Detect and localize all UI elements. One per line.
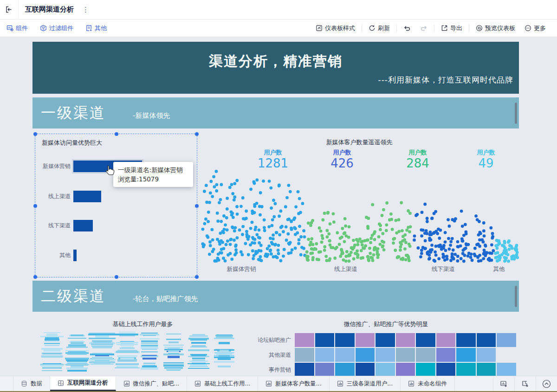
section1-scrollbar[interactable] bbox=[515, 103, 517, 124]
preview-dashboard-button[interactable]: 预览仪表板 bbox=[476, 24, 515, 32]
scatter-dot[interactable] bbox=[462, 249, 465, 252]
scatter-dot[interactable] bbox=[460, 257, 463, 260]
scatter-dot[interactable] bbox=[424, 239, 427, 243]
scatter-dot[interactable] bbox=[233, 195, 236, 199]
scatter-dot[interactable] bbox=[234, 244, 238, 247]
scatter-dot[interactable] bbox=[217, 252, 220, 256]
scatter-dot[interactable] bbox=[253, 228, 257, 231]
scatter-dot[interactable] bbox=[269, 237, 272, 240]
scatter-dot[interactable] bbox=[302, 247, 305, 250]
scatter-dot[interactable] bbox=[335, 246, 338, 249]
scatter-dot[interactable] bbox=[464, 231, 467, 234]
scatter-dot[interactable] bbox=[222, 231, 225, 234]
banner-widget[interactable]: 渠道分析，精准营销 ---利用新媒体，打造互联网时代品牌 bbox=[32, 42, 519, 94]
scatter-dot[interactable] bbox=[360, 249, 363, 252]
scatter-dot[interactable] bbox=[426, 220, 429, 223]
scatter-dot[interactable] bbox=[215, 170, 218, 173]
scatter-dot[interactable] bbox=[340, 248, 343, 251]
add-dashboard-button[interactable] bbox=[514, 376, 536, 391]
scatter-dot[interactable] bbox=[492, 249, 495, 252]
scatter-dot[interactable] bbox=[504, 259, 507, 262]
scatter-dot[interactable] bbox=[477, 259, 480, 263]
scatter-dot[interactable] bbox=[373, 248, 376, 251]
scatter-dot[interactable] bbox=[420, 228, 423, 231]
scatter-dot[interactable] bbox=[216, 238, 219, 241]
scatter-dot[interactable] bbox=[366, 238, 369, 242]
scatter-dot[interactable] bbox=[208, 201, 211, 204]
scatter-dot[interactable] bbox=[292, 218, 296, 221]
scatter-dot[interactable] bbox=[257, 236, 260, 239]
scatter-dot[interactable] bbox=[252, 257, 255, 260]
scatter-dot[interactable] bbox=[382, 244, 385, 248]
scatter-dot[interactable] bbox=[230, 183, 233, 186]
scatter-dot[interactable] bbox=[305, 251, 309, 254]
scatter-dot[interactable] bbox=[319, 250, 322, 253]
scatter-dot[interactable] bbox=[285, 225, 288, 229]
scatter-dot[interactable] bbox=[426, 217, 429, 220]
scatter-dot[interactable] bbox=[478, 231, 481, 234]
scatter-dot[interactable] bbox=[270, 241, 273, 244]
scatter-dot[interactable] bbox=[420, 252, 423, 255]
scatter-dot[interactable] bbox=[478, 244, 481, 248]
scatter-dot[interactable] bbox=[279, 226, 283, 229]
scatter-dot[interactable] bbox=[310, 221, 313, 225]
scatter-dot[interactable] bbox=[266, 255, 269, 258]
dashboard-style-button[interactable]: 仪表板样式 bbox=[316, 24, 355, 32]
scatter-dot[interactable] bbox=[515, 253, 518, 257]
bar-row[interactable]: 线上渠道 bbox=[35, 191, 197, 202]
scatter-dot[interactable] bbox=[394, 249, 397, 252]
scatter-dot[interactable] bbox=[407, 209, 410, 212]
scatter-dot[interactable] bbox=[362, 246, 365, 250]
scatter-dot[interactable] bbox=[233, 199, 236, 202]
scatter-dot[interactable] bbox=[433, 259, 436, 262]
scatter-dot[interactable] bbox=[343, 231, 346, 235]
scatter-dot[interactable] bbox=[238, 228, 241, 231]
heatmap-cell[interactable] bbox=[436, 348, 456, 362]
scatter-dot[interactable] bbox=[373, 238, 376, 241]
scatter-dot[interactable] bbox=[216, 219, 220, 223]
scatter-dot[interactable] bbox=[298, 225, 301, 228]
other-button[interactable]: 其他 bbox=[85, 24, 107, 32]
scatter-dot[interactable] bbox=[321, 234, 324, 237]
scatter-dot[interactable] bbox=[272, 199, 275, 202]
scatter-dot[interactable] bbox=[321, 218, 324, 222]
scatter-dot[interactable] bbox=[429, 251, 433, 254]
scatter-dot[interactable] bbox=[270, 206, 273, 210]
scatter-dot[interactable] bbox=[287, 232, 290, 236]
heatmap-cell[interactable] bbox=[436, 333, 456, 347]
scatter-dot[interactable] bbox=[361, 243, 364, 246]
scatter-dot[interactable] bbox=[407, 255, 410, 258]
scatter-dot[interactable] bbox=[207, 211, 210, 214]
tab-data[interactable]: 数据 bbox=[13, 376, 50, 391]
scatter-dot[interactable] bbox=[382, 208, 385, 212]
scatter-dot[interactable] bbox=[487, 258, 490, 261]
scatter-dot[interactable] bbox=[230, 238, 233, 241]
scatter-dot[interactable] bbox=[369, 256, 373, 259]
scatter-dot[interactable] bbox=[278, 233, 281, 237]
scatter-dot[interactable] bbox=[215, 183, 219, 186]
scatter-dot[interactable] bbox=[278, 184, 281, 187]
scatter-dot[interactable] bbox=[222, 247, 226, 250]
scatter-dot[interactable] bbox=[368, 247, 371, 250]
scatter-dot[interactable] bbox=[211, 195, 214, 198]
scatter-dot[interactable] bbox=[496, 244, 499, 247]
scatter-dot[interactable] bbox=[483, 234, 486, 238]
scatter-dot[interactable] bbox=[427, 253, 431, 257]
scatter-dot[interactable] bbox=[447, 237, 450, 240]
scatter-dot[interactable] bbox=[371, 203, 374, 206]
scatter-dot[interactable] bbox=[207, 220, 210, 223]
scatter-dot[interactable] bbox=[319, 230, 323, 233]
scatter-dot[interactable] bbox=[291, 248, 294, 251]
scatter-dot[interactable] bbox=[323, 212, 326, 215]
scatter-dot[interactable] bbox=[225, 243, 228, 246]
scatter-dot[interactable] bbox=[438, 237, 441, 240]
scatter-dot[interactable] bbox=[326, 211, 330, 214]
scatter-dot[interactable] bbox=[373, 232, 376, 235]
scatter-dot[interactable] bbox=[341, 227, 344, 230]
scatter-dot[interactable] bbox=[429, 231, 432, 234]
scatter-dot[interactable] bbox=[205, 201, 208, 204]
scatter-dot[interactable] bbox=[401, 229, 404, 232]
scatter-dot[interactable] bbox=[345, 250, 349, 253]
selection-handle[interactable] bbox=[33, 132, 37, 136]
scatter-dot[interactable] bbox=[318, 226, 321, 230]
